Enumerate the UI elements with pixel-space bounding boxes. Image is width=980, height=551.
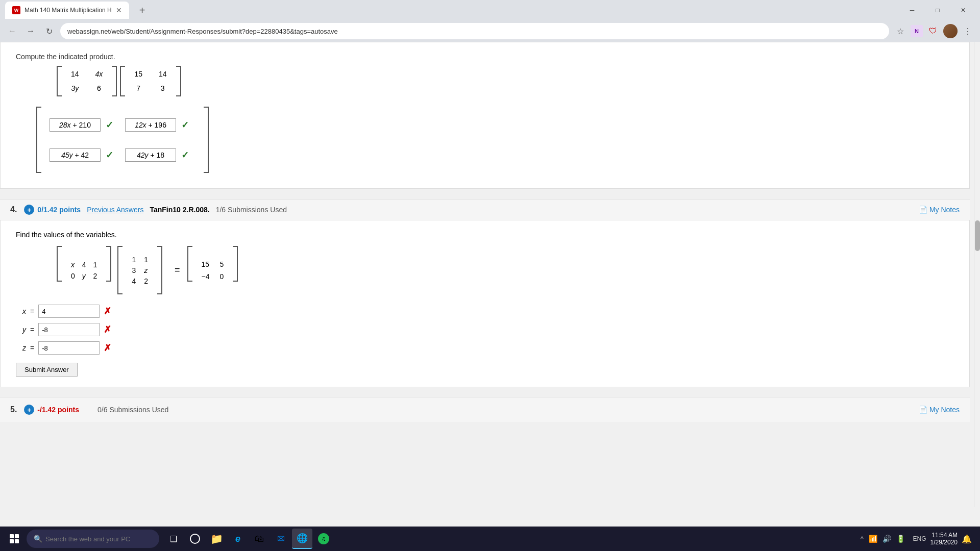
m1-r1c1: 14 xyxy=(67,69,83,79)
tab-close-button[interactable]: ✕ xyxy=(116,6,122,14)
z-label: z xyxy=(16,344,26,352)
mail-button[interactable]: ✉ xyxy=(271,529,291,549)
minimize-button[interactable]: ─ xyxy=(900,3,924,18)
menu-button[interactable]: ⋮ xyxy=(961,24,975,38)
shield-button[interactable]: 🛡 xyxy=(926,24,940,38)
matrix1-right-bracket xyxy=(112,66,117,96)
question4-section: 4. + 0/1.42 points Previous Answers TanF… xyxy=(0,199,970,387)
file-explorer-button[interactable]: 📁 xyxy=(206,529,227,549)
system-tray: ^ 📶 🔊 🔋 xyxy=(861,535,905,543)
language-indicator: ENG xyxy=(913,535,926,542)
chrome-button[interactable]: 🌐 xyxy=(292,529,312,549)
check-r2c1: ✓ xyxy=(106,149,120,161)
bookmark-button[interactable]: ☆ xyxy=(893,24,908,38)
x-equals: = xyxy=(30,307,34,315)
onenote-button[interactable]: N xyxy=(911,25,923,37)
taskbar-apps: ❑ 📁 e 🛍 ✉ 🌐 ♫ xyxy=(163,529,334,549)
wifi-icon[interactable]: 📶 xyxy=(869,535,877,543)
tab-title: Math 140 Matrix Multiplication H xyxy=(24,7,112,14)
scrollbar[interactable] xyxy=(974,42,980,507)
start-button[interactable] xyxy=(4,529,24,549)
question5-number: 5. xyxy=(10,405,17,414)
previous-question-result: Compute the indicated product. 14 4x 3y … xyxy=(0,42,970,189)
url-input[interactable] xyxy=(60,23,889,39)
cortana-icon xyxy=(190,534,200,544)
refresh-button[interactable]: ↻ xyxy=(42,24,56,38)
answer-matrix-grid: 28x + 210 ✓ 12x + 196 ✓ 45y + 42 ✓ 42y +… xyxy=(41,107,204,173)
search-icon: 🔍 xyxy=(34,535,42,543)
ans-r1c2: 12x + 196 xyxy=(125,118,176,132)
close-button[interactable]: ✕ xyxy=(951,3,975,18)
eq-m1-left-bracket xyxy=(57,246,62,282)
check-r1c2: ✓ xyxy=(181,119,195,131)
z-input[interactable] xyxy=(38,341,100,355)
equals-sign: = xyxy=(175,265,180,276)
m2-r1c1: 15 xyxy=(130,69,146,79)
question4-header: 4. + 0/1.42 points Previous Answers TanF… xyxy=(0,199,970,220)
eq-res-r2c1: −4 xyxy=(202,272,210,281)
forward-button[interactable]: → xyxy=(23,24,38,38)
taskview-icon: ❑ xyxy=(170,534,177,544)
browser-tab[interactable]: W Math 140 Matrix Multiplication H ✕ xyxy=(5,2,129,19)
taskbar: 🔍 ❑ 📁 e 🛍 ✉ 🌐 ♫ ^ 📶 🔊 xyxy=(0,527,980,551)
eq-m2-r2c1: 3 xyxy=(132,266,136,274)
window-controls: ─ □ ✕ xyxy=(900,3,975,18)
submit-answer-button[interactable]: Submit Answer xyxy=(16,363,78,377)
maximize-button[interactable]: □ xyxy=(926,3,949,18)
user-avatar[interactable] xyxy=(943,24,958,38)
notes-icon: 📄 xyxy=(919,206,927,214)
my-notes-link[interactable]: 📄 My Notes xyxy=(919,206,960,214)
question4-points: 0/1.42 points xyxy=(37,206,81,214)
question5-section: 5. + -/1.42 points 0/6 Submissions Used … xyxy=(0,397,970,422)
z-input-row: z = ✗ xyxy=(16,341,954,355)
z-equals: = xyxy=(30,344,34,352)
points-icon: + xyxy=(24,205,34,215)
cortana-button[interactable] xyxy=(185,529,205,549)
edge-button[interactable]: e xyxy=(228,529,248,549)
z-incorrect-mark: ✗ xyxy=(104,342,111,354)
clock[interactable]: 11:54 AM 1/29/2020 xyxy=(930,532,958,546)
store-button[interactable]: 🛍 xyxy=(249,529,270,549)
eq-m1-r1c2: 4 xyxy=(82,261,86,269)
variable-inputs: x = ✗ y = ✗ z = ✗ xyxy=(16,305,954,355)
m2-r1c2: 14 xyxy=(155,69,171,79)
browser-actions: ☆ N 🛡 ⋮ xyxy=(893,24,975,38)
matrix1-content: 14 4x 3y 6 xyxy=(63,67,111,95)
page-content: Compute the indicated product. 14 4x 3y … xyxy=(0,42,980,507)
spotify-icon: ♫ xyxy=(318,533,329,544)
q5-my-notes-link[interactable]: 📄 My Notes xyxy=(919,406,960,414)
compute-label: Compute the indicated product. xyxy=(16,53,954,61)
y-input[interactable] xyxy=(38,323,100,336)
chevron-icon[interactable]: ^ xyxy=(861,535,864,542)
ans-r1c1: 28x + 210 xyxy=(50,118,101,132)
y-input-row: y = ✗ xyxy=(16,323,954,336)
notification-button[interactable]: 🔔 xyxy=(962,534,972,544)
m1-r2c1: 3y xyxy=(67,83,83,93)
folder-icon: 📁 xyxy=(210,533,223,545)
m2-r2c1: 7 xyxy=(130,83,146,93)
eq-m2-r3c2: 2 xyxy=(144,277,148,285)
eq-m1-r1c3: 1 xyxy=(93,261,97,269)
m1-r2c2: 6 xyxy=(91,83,107,93)
m1-r1c2: 4x xyxy=(91,69,107,79)
eq-m1-r2c3: 2 xyxy=(93,272,97,280)
previous-answers-link[interactable]: Previous Answers xyxy=(87,206,143,214)
spotify-button[interactable]: ♫ xyxy=(313,529,334,549)
assignment-code: TanFin10 2.R.008. xyxy=(150,206,209,214)
question4-body: Find the values of the variables. x 4 1 … xyxy=(0,220,970,387)
taskbar-search-box[interactable]: 🔍 xyxy=(27,530,159,548)
taskbar-search-input[interactable] xyxy=(45,535,148,543)
address-bar: ← → ↻ ☆ N 🛡 ⋮ xyxy=(0,20,980,42)
taskview-button[interactable]: ❑ xyxy=(163,529,184,549)
volume-icon[interactable]: 🔊 xyxy=(883,535,891,543)
new-tab-button[interactable]: + xyxy=(136,5,149,16)
ans-r2c2: 42y + 18 xyxy=(125,148,176,162)
y-incorrect-mark: ✗ xyxy=(104,324,111,335)
back-button[interactable]: ← xyxy=(5,24,19,38)
scrollbar-thumb[interactable] xyxy=(975,220,980,251)
y-equals: = xyxy=(30,325,34,334)
eq-m2-r3c1: 4 xyxy=(132,277,136,285)
eq-m1-r2c1: 0 xyxy=(71,272,75,280)
x-input[interactable] xyxy=(38,305,100,318)
date: 1/29/2020 xyxy=(930,539,958,546)
